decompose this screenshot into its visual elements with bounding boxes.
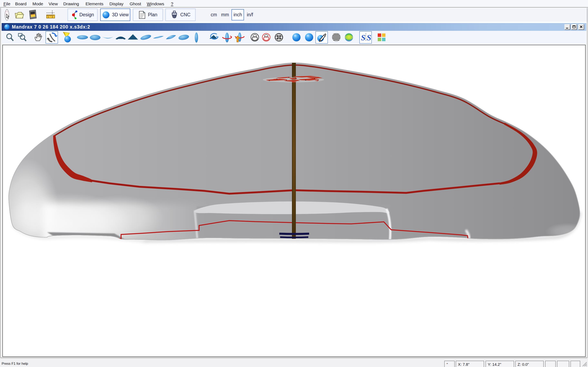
svg-text:1: 1 bbox=[48, 16, 49, 18]
svg-text:S: S bbox=[361, 33, 365, 42]
svg-text:0: 0 bbox=[52, 16, 53, 18]
svg-text:S: S bbox=[367, 33, 371, 42]
